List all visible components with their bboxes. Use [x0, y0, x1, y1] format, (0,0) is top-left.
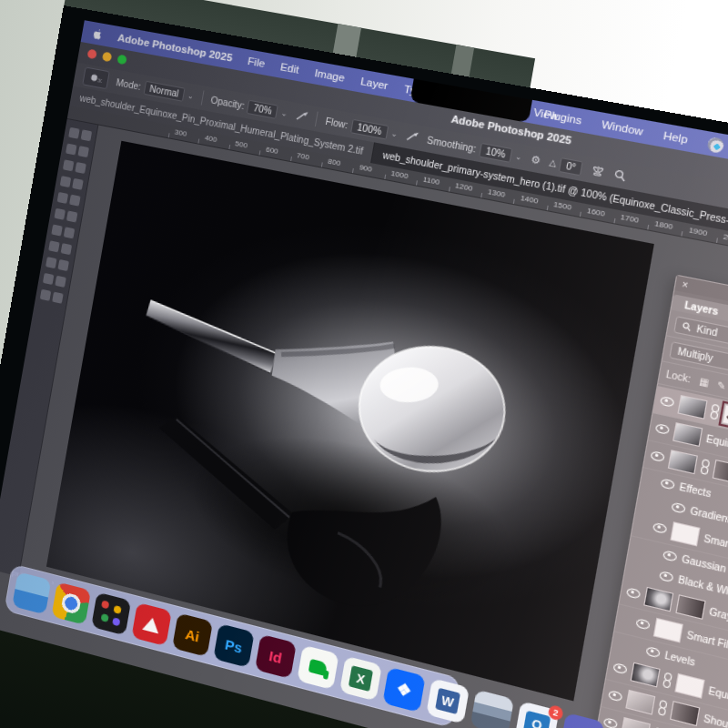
visibility-eye-icon[interactable]	[660, 478, 674, 490]
layer-mask-thumbnail[interactable]	[722, 404, 728, 429]
visibility-eye-icon[interactable]	[626, 587, 641, 599]
tool-icon[interactable]	[54, 208, 65, 220]
visibility-eye-icon[interactable]	[603, 717, 618, 728]
airbrush-icon[interactable]	[405, 129, 420, 144]
ruler-tick-label: 1400	[520, 194, 539, 206]
layer-mask-thumbnail[interactable]	[674, 673, 704, 699]
layer-thumbnail[interactable]	[625, 690, 655, 715]
finder-dock-icon[interactable]	[12, 571, 51, 614]
tool-icon[interactable]	[63, 159, 74, 171]
evernote-dock-icon[interactable]	[297, 645, 339, 691]
tool-icon[interactable]	[80, 129, 92, 141]
acrobat-dock-icon[interactable]	[131, 602, 172, 646]
layer-thumbnail[interactable]	[653, 618, 683, 643]
visibility-eye-icon[interactable]	[612, 662, 627, 674]
visibility-eye-icon[interactable]	[608, 690, 622, 702]
ruler-tick	[480, 193, 482, 197]
visibility-eye-icon[interactable]	[662, 550, 677, 561]
visibility-eye-icon[interactable]	[660, 396, 674, 408]
menu-item-edit[interactable]: Edit	[279, 61, 299, 76]
tool-icon[interactable]	[77, 146, 89, 157]
layer-mask-thumbnail[interactable]	[713, 460, 728, 484]
zoom-tool-icon[interactable]	[613, 168, 628, 182]
ruler-tick	[290, 157, 292, 161]
menu-item-layer[interactable]: Layer	[359, 76, 389, 92]
layer-thumbnail[interactable]	[643, 587, 673, 612]
brush-angle-control[interactable]: △ 0°	[548, 155, 582, 175]
smoothing-value[interactable]: 10%	[479, 142, 512, 162]
chrome-dock-icon[interactable]	[51, 581, 91, 625]
layer-thumbnail[interactable]	[621, 717, 651, 728]
layer-thumbnail[interactable]	[670, 521, 700, 546]
menu-item-help[interactable]: Help	[662, 129, 689, 146]
outlook-dock-icon[interactable]: O2	[515, 701, 560, 728]
minimize-window-button[interactable]	[102, 52, 112, 63]
mode-value[interactable]: Normal	[143, 80, 185, 101]
tool-icon[interactable]	[68, 127, 79, 139]
ruler-tick-label: 300	[174, 127, 187, 138]
excel-dock-icon[interactable]: X	[339, 656, 382, 702]
lock-pixels-icon[interactable]: ✎	[716, 379, 727, 391]
photo-of-laptop: Adobe Photoshop 2025 FileEditImageLayerT…	[0, 0, 728, 728]
ruler-tick-label: 1200	[454, 181, 473, 193]
opacity-value[interactable]: 70%	[247, 99, 278, 118]
visibility-eye-icon[interactable]	[671, 502, 685, 514]
tool-icon[interactable]	[57, 259, 68, 271]
flow-value[interactable]: 100%	[350, 118, 389, 139]
menu-item-image[interactable]: Image	[314, 67, 346, 84]
layer-thumbnail[interactable]	[677, 395, 707, 420]
tool-icon[interactable]	[52, 291, 63, 303]
close-window-button[interactable]	[86, 49, 96, 60]
flow-label: Flow:	[325, 116, 349, 130]
apple-logo-icon[interactable]	[92, 27, 104, 41]
menu-item-file[interactable]: File	[247, 56, 266, 69]
visibility-eye-icon[interactable]	[645, 646, 660, 658]
layer-mask-thumbnail[interactable]	[675, 594, 705, 620]
layer-mask-thumbnail[interactable]	[670, 701, 700, 726]
visibility-eye-icon[interactable]	[652, 522, 667, 534]
tool-icon[interactable]	[40, 289, 51, 301]
tool-icon[interactable]	[43, 273, 54, 285]
tool-icon[interactable]	[66, 210, 77, 222]
close-panel-icon[interactable]: ×	[681, 278, 689, 290]
dropbox-dock-icon[interactable]: ❖	[382, 667, 425, 713]
visibility-eye-icon[interactable]	[635, 618, 650, 630]
layer-name: Levels	[664, 650, 696, 668]
outlook-glyph: O	[523, 711, 551, 728]
visibility-eye-icon[interactable]	[655, 423, 670, 435]
smoothing-gear-icon[interactable]: ⚙	[530, 153, 541, 167]
lock-transparency-icon[interactable]: ▦	[698, 375, 710, 388]
angle-value[interactable]: 0°	[559, 157, 582, 176]
visibility-eye-icon[interactable]	[659, 571, 673, 582]
dots-app-dock-icon[interactable]	[91, 592, 131, 636]
swirl-status-icon[interactable]	[707, 136, 725, 153]
zoom-window-button[interactable]	[116, 55, 126, 66]
tool-icon[interactable]	[46, 257, 56, 268]
menu-item-window[interactable]: Window	[601, 118, 644, 137]
tool-icon[interactable]	[55, 276, 66, 288]
illustrator-dock-icon[interactable]: Ai	[172, 612, 213, 657]
indesign-dock-icon[interactable]: Id	[255, 634, 297, 679]
tool-icon[interactable]	[75, 162, 86, 174]
airbrush-pressure-opacity-icon[interactable]	[295, 109, 309, 124]
visibility-eye-icon[interactable]	[650, 450, 664, 462]
menu-item-plugins[interactable]: Plugins	[543, 108, 582, 126]
tool-icon[interactable]	[48, 240, 59, 252]
tool-icon[interactable]	[60, 176, 71, 187]
layer-thumbnail[interactable]	[672, 422, 703, 447]
tool-icon[interactable]	[51, 225, 62, 237]
tool-icon[interactable]	[72, 178, 84, 190]
brush-preset-picker[interactable]: 30	[82, 66, 110, 89]
layer-thumbnail[interactable]	[668, 450, 698, 474]
tool-icon[interactable]	[60, 243, 72, 255]
tool-icon[interactable]	[66, 144, 76, 156]
tool-icon[interactable]	[63, 227, 75, 238]
layer-thumbnail[interactable]	[631, 662, 661, 688]
tool-icon[interactable]	[69, 195, 81, 207]
layer-mask-link-icon	[658, 700, 668, 716]
ruler-tick-label: 1800	[654, 219, 674, 231]
ruler-tick	[449, 187, 450, 191]
paint-symmetry-butterfly-icon[interactable]	[590, 164, 606, 178]
tool-icon[interactable]	[57, 192, 68, 204]
photoshop-dock-icon[interactable]: Ps	[213, 623, 254, 668]
